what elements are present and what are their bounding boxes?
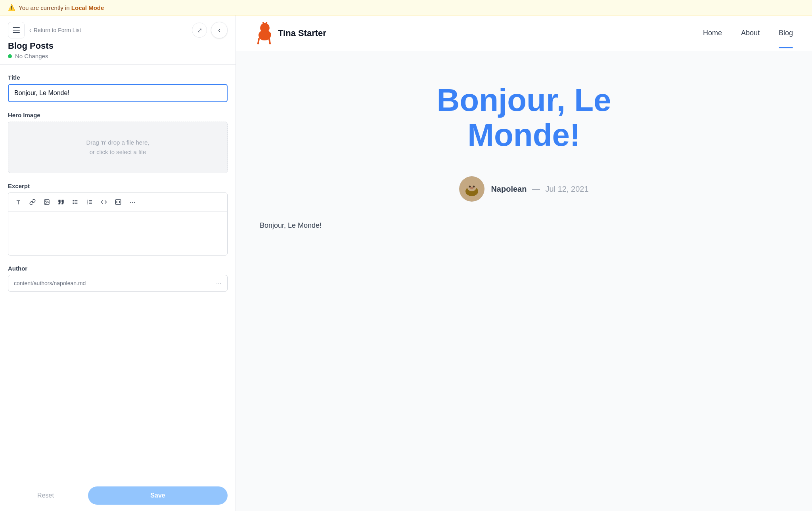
save-button[interactable]: Save [88,486,228,505]
expand-icon: ⤢ [197,27,202,34]
author-label: Author [8,265,228,272]
preview-logo: Tina Starter [255,22,326,44]
svg-point-1 [46,201,46,202]
status-text: No Changes [15,53,48,59]
author-input[interactable]: content/authors/napolean.md ⋯ [8,275,228,292]
excerpt-editor-body[interactable] [8,212,227,255]
author-input-icon: ⋯ [216,280,222,286]
toolbar-ordered-list-btn[interactable]: 123 [83,195,96,209]
back-link[interactable]: ‹ Return to Form List [29,27,81,33]
chevron-left-icon: ‹ [29,27,31,33]
excerpt-field-group: Excerpt T [8,183,228,256]
panel-footer: Reset Save [0,480,236,511]
title-input[interactable] [8,84,228,102]
preview-content: Bonjour, Le Monde! [236,51,812,511]
author-name: Napolean [491,185,527,193]
title-field-group: Title [8,74,228,102]
status-row: No Changes [8,53,228,59]
right-panel: Tina Starter Home About Blog Bonjour, Le… [236,15,812,511]
toolbar-quote-btn[interactable] [54,195,68,209]
expand-button[interactable]: ⤢ [192,23,207,38]
preview-post-title: Bonjour, Le Monde! [385,83,663,153]
excerpt-editor: T 123 [8,193,228,256]
reset-button[interactable]: Reset [8,486,83,505]
hamburger-line-3 [13,32,20,33]
hero-image-field-group: Hero Image Drag 'n' drop a file here, or… [8,112,228,173]
author-date: Jul 12, 2021 [546,185,589,193]
toolbar-link-btn[interactable] [26,195,39,209]
preview-nav-links: Home About Blog [703,29,793,37]
nav-home[interactable]: Home [703,29,722,37]
preview-author-row: Napolean — Jul 12, 2021 [459,176,588,202]
hero-image-dropzone[interactable]: Drag 'n' drop a file here, or click to s… [8,122,228,173]
chevron-left-panel-icon: ‹ [218,26,220,34]
svg-point-6 [73,202,73,202]
status-dot [8,54,12,58]
title-label: Title [8,74,228,81]
svg-point-21 [473,186,475,188]
svg-point-20 [469,186,471,188]
preview-nav: Tina Starter Home About Blog [236,15,812,51]
preview-excerpt: Bonjour, Le Monde! [260,221,322,230]
svg-point-7 [73,203,73,204]
drop-zone-text: Drag 'n' drop a file here, or click to s… [16,138,219,157]
toolbar-code-block-btn[interactable] [111,195,125,209]
panel-title: Blog Posts [8,41,54,51]
left-panel: ‹ Return to Form List ⤢ ‹ Blog Posts [0,15,236,511]
hero-image-label: Hero Image [8,112,228,118]
panel-title-row: Blog Posts [8,41,228,51]
warning-banner: ⚠️ You are currently in Local Mode [0,0,812,15]
panel-content: Title Hero Image Drag 'n' drop a file he… [0,65,236,480]
warning-icon: ⚠️ [8,4,15,11]
author-separator: — [532,185,540,193]
hamburger-button[interactable] [8,22,25,38]
panel-header-top: ‹ Return to Form List ⤢ ‹ [8,22,228,38]
toolbar-code-btn[interactable] [97,195,111,209]
panel-header: ‹ Return to Form List ⤢ ‹ Blog Posts [0,15,236,65]
main-layout: ‹ Return to Form List ⤢ ‹ Blog Posts [0,15,812,511]
collapse-button[interactable]: ‹ [211,22,228,38]
author-value: content/authors/napolean.md [14,280,86,286]
hamburger-line-1 [13,27,20,28]
panel-actions: ⤢ ‹ [192,22,228,38]
toolbar-image-btn[interactable] [40,195,54,209]
nav-blog[interactable]: Blog [779,29,793,37]
author-info: Napolean — Jul 12, 2021 [491,185,588,194]
toolbar-text-btn[interactable]: T [11,195,25,209]
svg-text:3: 3 [87,203,88,205]
svg-point-22 [470,187,473,189]
author-avatar [459,176,485,202]
preview-logo-text: Tina Starter [278,28,326,38]
llama-icon [255,22,273,44]
svg-point-5 [73,200,73,200]
toolbar-unordered-list-btn[interactable] [69,195,82,209]
nav-about[interactable]: About [741,29,760,37]
warning-text: You are currently in Local Mode [19,4,104,11]
excerpt-label: Excerpt [8,183,228,189]
author-field-group: Author content/authors/napolean.md ⋯ [8,265,228,292]
back-link-label: Return to Form List [34,27,81,33]
toolbar-more-btn[interactable]: ⋯ [126,195,139,209]
editor-toolbar: T 123 [8,193,227,212]
hamburger-line-2 [13,30,20,31]
